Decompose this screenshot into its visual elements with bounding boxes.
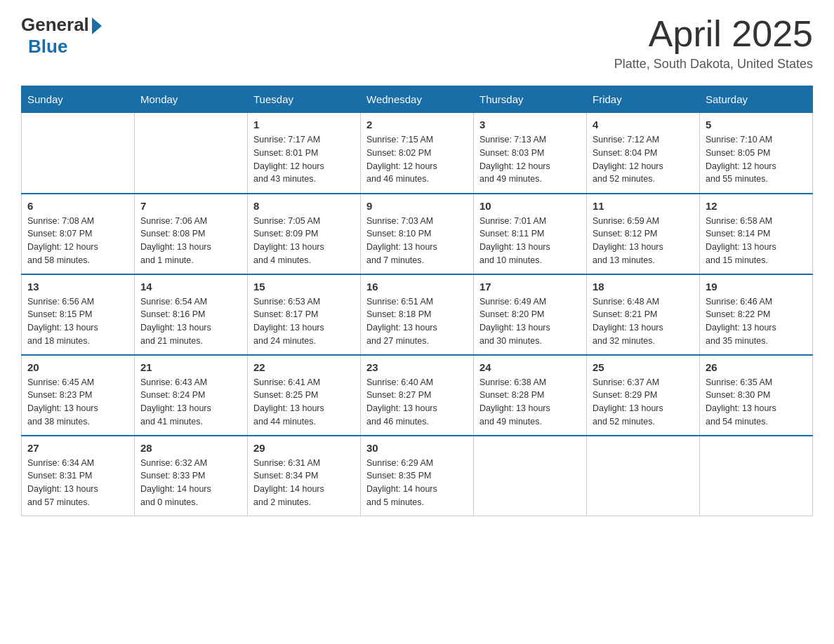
- day-number: 4: [593, 119, 694, 130]
- page-header: General Blue April 2025 Platte, South Da…: [21, 14, 813, 72]
- calendar-day-cell: 17Sunrise: 6:49 AM Sunset: 8:20 PM Dayli…: [474, 274, 587, 355]
- day-info: Sunrise: 6:41 AM Sunset: 8:25 PM Dayligh…: [253, 376, 355, 429]
- calendar-day-cell: 20Sunrise: 6:45 AM Sunset: 8:23 PM Dayli…: [22, 355, 135, 436]
- day-number: 1: [253, 119, 355, 130]
- calendar-week-row: 13Sunrise: 6:56 AM Sunset: 8:15 PM Dayli…: [22, 274, 813, 355]
- calendar-day-header: Sunday: [22, 86, 135, 113]
- calendar-day-cell: 19Sunrise: 6:46 AM Sunset: 8:22 PM Dayli…: [700, 274, 813, 355]
- day-number: 8: [253, 200, 355, 212]
- calendar-day-cell: 8Sunrise: 7:05 AM Sunset: 8:09 PM Daylig…: [248, 194, 361, 274]
- day-number: 25: [593, 361, 694, 373]
- day-number: 26: [706, 361, 807, 373]
- day-number: 3: [479, 119, 581, 130]
- day-info: Sunrise: 7:12 AM Sunset: 8:04 PM Dayligh…: [593, 133, 694, 186]
- calendar-week-row: 1Sunrise: 7:17 AM Sunset: 8:01 PM Daylig…: [22, 113, 813, 194]
- calendar-day-header: Thursday: [474, 86, 587, 113]
- day-info: Sunrise: 6:54 AM Sunset: 8:16 PM Dayligh…: [140, 295, 241, 348]
- calendar-day-cell: [474, 436, 587, 516]
- calendar-day-cell: 5Sunrise: 7:10 AM Sunset: 8:05 PM Daylig…: [700, 113, 813, 194]
- day-info: Sunrise: 6:34 AM Sunset: 8:31 PM Dayligh…: [27, 457, 128, 509]
- logo-arrow-icon: [92, 18, 102, 34]
- calendar-day-cell: 18Sunrise: 6:48 AM Sunset: 8:21 PM Dayli…: [587, 274, 700, 355]
- calendar-day-cell: 21Sunrise: 6:43 AM Sunset: 8:24 PM Dayli…: [135, 355, 248, 436]
- calendar-day-header: Friday: [587, 86, 700, 113]
- calendar-day-cell: 28Sunrise: 6:32 AM Sunset: 8:33 PM Dayli…: [135, 436, 248, 516]
- day-number: 19: [706, 281, 807, 293]
- day-info: Sunrise: 7:13 AM Sunset: 8:03 PM Dayligh…: [479, 133, 581, 186]
- day-info: Sunrise: 7:01 AM Sunset: 8:11 PM Dayligh…: [479, 215, 581, 267]
- calendar-day-header: Tuesday: [248, 86, 361, 113]
- day-number: 18: [593, 281, 694, 293]
- day-info: Sunrise: 6:48 AM Sunset: 8:21 PM Dayligh…: [593, 295, 694, 348]
- day-info: Sunrise: 6:31 AM Sunset: 8:34 PM Dayligh…: [253, 457, 355, 509]
- calendar-day-header: Wednesday: [361, 86, 474, 113]
- day-number: 17: [479, 281, 581, 293]
- calendar-week-row: 27Sunrise: 6:34 AM Sunset: 8:31 PM Dayli…: [22, 436, 813, 516]
- day-info: Sunrise: 6:46 AM Sunset: 8:22 PM Dayligh…: [706, 295, 807, 348]
- calendar-day-cell: 9Sunrise: 7:03 AM Sunset: 8:10 PM Daylig…: [361, 194, 474, 274]
- calendar-week-row: 20Sunrise: 6:45 AM Sunset: 8:23 PM Dayli…: [22, 355, 813, 436]
- day-number: 2: [366, 119, 468, 130]
- calendar-day-cell: 24Sunrise: 6:38 AM Sunset: 8:28 PM Dayli…: [474, 355, 587, 436]
- calendar-day-cell: 14Sunrise: 6:54 AM Sunset: 8:16 PM Dayli…: [135, 274, 248, 355]
- day-info: Sunrise: 6:29 AM Sunset: 8:35 PM Dayligh…: [366, 457, 468, 509]
- day-info: Sunrise: 6:49 AM Sunset: 8:20 PM Dayligh…: [479, 295, 581, 348]
- day-info: Sunrise: 6:45 AM Sunset: 8:23 PM Dayligh…: [27, 376, 128, 429]
- day-info: Sunrise: 6:51 AM Sunset: 8:18 PM Dayligh…: [366, 295, 468, 348]
- logo: General Blue: [21, 14, 102, 58]
- day-number: 22: [253, 361, 355, 373]
- calendar-header-row: SundayMondayTuesdayWednesdayThursdayFrid…: [22, 86, 813, 113]
- calendar-day-cell: 1Sunrise: 7:17 AM Sunset: 8:01 PM Daylig…: [248, 113, 361, 194]
- day-info: Sunrise: 7:06 AM Sunset: 8:08 PM Dayligh…: [140, 215, 241, 267]
- day-info: Sunrise: 6:38 AM Sunset: 8:28 PM Dayligh…: [479, 376, 581, 429]
- calendar-day-cell: [587, 436, 700, 516]
- day-number: 24: [479, 361, 581, 373]
- calendar-day-cell: [22, 113, 135, 194]
- day-number: 14: [140, 281, 241, 293]
- day-info: Sunrise: 6:37 AM Sunset: 8:29 PM Dayligh…: [593, 376, 694, 429]
- day-number: 10: [479, 200, 581, 212]
- calendar-day-cell: 25Sunrise: 6:37 AM Sunset: 8:29 PM Dayli…: [587, 355, 700, 436]
- day-number: 13: [27, 281, 128, 293]
- day-number: 23: [366, 361, 468, 373]
- logo-general-text: General: [21, 14, 89, 36]
- calendar-day-cell: 11Sunrise: 6:59 AM Sunset: 8:12 PM Dayli…: [587, 194, 700, 274]
- calendar-day-cell: 30Sunrise: 6:29 AM Sunset: 8:35 PM Dayli…: [361, 436, 474, 516]
- calendar-day-cell: 12Sunrise: 6:58 AM Sunset: 8:14 PM Dayli…: [700, 194, 813, 274]
- calendar-day-header: Monday: [135, 86, 248, 113]
- location-subtitle: Platte, South Dakota, United States: [614, 57, 813, 72]
- calendar-day-cell: 23Sunrise: 6:40 AM Sunset: 8:27 PM Dayli…: [361, 355, 474, 436]
- day-number: 20: [27, 361, 128, 373]
- day-number: 5: [706, 119, 807, 130]
- calendar-day-cell: 29Sunrise: 6:31 AM Sunset: 8:34 PM Dayli…: [248, 436, 361, 516]
- day-number: 21: [140, 361, 241, 373]
- day-number: 30: [366, 442, 468, 454]
- day-info: Sunrise: 6:58 AM Sunset: 8:14 PM Dayligh…: [706, 215, 807, 267]
- calendar-day-cell: 16Sunrise: 6:51 AM Sunset: 8:18 PM Dayli…: [361, 274, 474, 355]
- day-info: Sunrise: 6:40 AM Sunset: 8:27 PM Dayligh…: [366, 376, 468, 429]
- day-info: Sunrise: 7:08 AM Sunset: 8:07 PM Dayligh…: [27, 215, 128, 267]
- day-number: 15: [253, 281, 355, 293]
- day-number: 6: [27, 200, 128, 212]
- title-section: April 2025 Platte, South Dakota, United …: [614, 14, 813, 72]
- calendar-day-cell: 27Sunrise: 6:34 AM Sunset: 8:31 PM Dayli…: [22, 436, 135, 516]
- calendar-day-cell: 3Sunrise: 7:13 AM Sunset: 8:03 PM Daylig…: [474, 113, 587, 194]
- day-number: 16: [366, 281, 468, 293]
- day-info: Sunrise: 6:35 AM Sunset: 8:30 PM Dayligh…: [706, 376, 807, 429]
- day-number: 12: [706, 200, 807, 212]
- calendar-day-cell: [135, 113, 248, 194]
- calendar-table: SundayMondayTuesdayWednesdayThursdayFrid…: [21, 86, 813, 516]
- calendar-day-cell: 10Sunrise: 7:01 AM Sunset: 8:11 PM Dayli…: [474, 194, 587, 274]
- calendar-day-cell: 6Sunrise: 7:08 AM Sunset: 8:07 PM Daylig…: [22, 194, 135, 274]
- day-number: 9: [366, 200, 468, 212]
- calendar-day-cell: 4Sunrise: 7:12 AM Sunset: 8:04 PM Daylig…: [587, 113, 700, 194]
- day-number: 29: [253, 442, 355, 454]
- calendar-day-header: Saturday: [700, 86, 813, 113]
- day-info: Sunrise: 6:32 AM Sunset: 8:33 PM Dayligh…: [140, 457, 241, 509]
- day-info: Sunrise: 6:53 AM Sunset: 8:17 PM Dayligh…: [253, 295, 355, 348]
- month-year-title: April 2025: [614, 14, 813, 54]
- calendar-day-cell: [700, 436, 813, 516]
- calendar-day-cell: 13Sunrise: 6:56 AM Sunset: 8:15 PM Dayli…: [22, 274, 135, 355]
- day-info: Sunrise: 7:17 AM Sunset: 8:01 PM Dayligh…: [253, 133, 355, 186]
- day-number: 11: [593, 200, 694, 212]
